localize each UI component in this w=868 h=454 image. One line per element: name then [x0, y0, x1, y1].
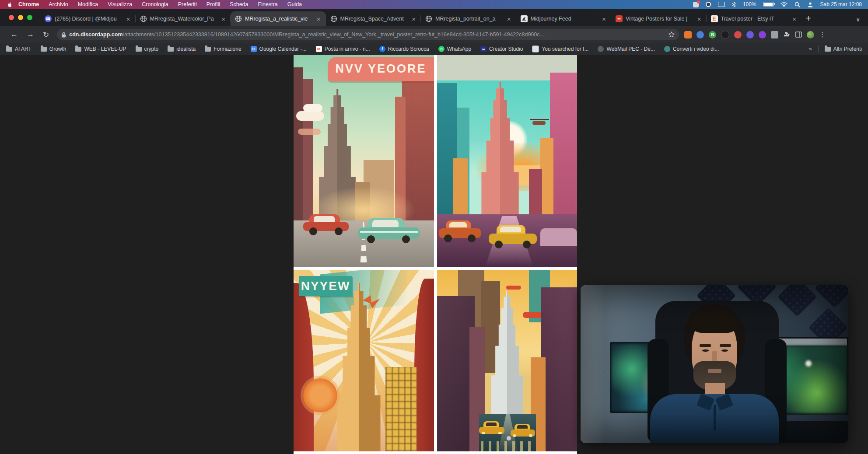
art-headlight	[498, 432, 502, 434]
menu-guida[interactable]: Guida	[283, 1, 307, 7]
menu-archivio[interactable]: Archivio	[44, 1, 73, 7]
person-mouth	[708, 369, 721, 373]
midjourney-image-grid[interactable]: NVV YEOORE	[294, 55, 577, 454]
bookmarks-overflow-chevron[interactable]: »	[809, 46, 812, 52]
display-icon[interactable]	[718, 2, 725, 7]
tab-close-icon[interactable]: ×	[316, 15, 322, 23]
poster-top-left: NVV YEOORE	[294, 55, 434, 267]
bookmark-star-icon[interactable]	[668, 31, 675, 38]
profile-avatar[interactable]	[807, 31, 814, 38]
bookmark-creator-studio[interactable]: ∞Creator Studio	[480, 46, 523, 52]
tab-space-adventure[interactable]: MRregista_Space_Advent ×	[326, 11, 421, 26]
other-bookmarks-label: Altri Preferiti	[833, 46, 862, 52]
bookmark-folder-formazione[interactable]: Formazione	[205, 46, 241, 52]
globe-favicon	[425, 15, 432, 22]
red-extension-icon[interactable]	[734, 31, 742, 38]
person-eye-right	[721, 349, 728, 352]
chrome-menu-icon[interactable]: ⋮	[819, 31, 826, 38]
notification-app-icon[interactable]	[693, 2, 699, 7]
metamask-extension-icon[interactable]	[684, 31, 692, 38]
minimize-window-button[interactable]	[18, 15, 23, 20]
webmail-icon	[598, 46, 604, 52]
back-button[interactable]: ←	[6, 30, 22, 39]
n-extension-icon[interactable]: N	[709, 31, 716, 38]
art-yellow-taxi	[489, 225, 537, 247]
bookmark-folder-crypto[interactable]: crypto	[136, 46, 159, 52]
menubar-clock[interactable]: Sab 25 mar 12:08	[820, 1, 862, 7]
tab-close-icon[interactable]: ×	[601, 15, 607, 23]
folder-icon	[205, 47, 211, 52]
dark-extension-icon[interactable]	[721, 31, 729, 39]
page-icon	[532, 45, 539, 52]
zoom-window-button[interactable]	[27, 15, 32, 20]
tab-realistic-view-active[interactable]: MRregista_a_realistic_vie ×	[231, 11, 326, 26]
address-bar[interactable]: cdn.discordapp.com /attachments/10135123…	[57, 29, 679, 40]
tab-vintage-posters[interactable]: Vintage Posters for Sale | ×	[611, 11, 707, 26]
new-tab-button[interactable]: +	[802, 14, 817, 26]
bookmark-folder-idealista[interactable]: idealista	[168, 46, 196, 52]
tab-midjourney-feed[interactable]: Midjourney Feed ×	[516, 11, 612, 26]
user-switch-icon[interactable]	[807, 2, 813, 7]
bookmark-google-calendar[interactable]: 31Google Calendar -...	[251, 46, 307, 52]
url-host: cdn.discordapp.com	[69, 31, 122, 38]
spotlight-search-icon[interactable]	[794, 2, 800, 7]
art-car-wheel	[495, 241, 503, 248]
art-taxi-left	[479, 421, 504, 436]
art-red-car	[303, 214, 349, 234]
bookmark-folder-ai-art[interactable]: AI ART	[6, 46, 32, 52]
bookmark-webmail-pec[interactable]: WebMail PEC - De...	[598, 46, 654, 52]
other-bookmarks-folder[interactable]: Altri Preferiti	[825, 46, 862, 52]
person-eye-left	[702, 349, 709, 352]
menu-chrome[interactable]: Chrome	[14, 1, 44, 7]
tab-close-icon[interactable]: ×	[696, 15, 702, 23]
blue-extension-icon[interactable]	[696, 31, 704, 38]
poster-title-banner: NYYEW	[299, 276, 352, 296]
bookmark-folder-growth[interactable]: Growth	[41, 46, 66, 52]
webcam-overlay	[581, 285, 848, 443]
tab-etsy[interactable]: E Travel poster - Etsy IT ×	[707, 11, 802, 26]
bookmark-gmail[interactable]: MPosta in arrivo - ri...	[316, 46, 370, 52]
tabs-container: (2765) Discord | @Midjou × MRregista_Wat…	[40, 9, 802, 26]
tab-label: MRregista_a_realistic_vie	[245, 16, 313, 22]
tab-label: (2765) Discord | @Midjou	[55, 16, 122, 22]
tab-close-icon[interactable]: ×	[220, 15, 226, 23]
tab-discord[interactable]: (2765) Discord | @Midjou ×	[40, 11, 136, 26]
wifi-icon[interactable]	[780, 2, 788, 7]
reload-button[interactable]: ↻	[38, 30, 53, 39]
forward-button[interactable]: →	[22, 30, 38, 39]
menu-preferiti[interactable]: Preferiti	[173, 1, 202, 7]
menu-profili[interactable]: Profili	[202, 1, 225, 7]
tab-close-icon[interactable]: ×	[791, 15, 797, 23]
status-circle-icon[interactable]	[706, 2, 711, 7]
bookmark-folder-web-level-up[interactable]: WEB - LEVEL-UP	[75, 46, 126, 52]
side-panel-icon[interactable]	[795, 31, 802, 38]
battery-icon	[763, 2, 774, 7]
menu-visualizza[interactable]: Visualizza	[103, 1, 137, 7]
menu-modifica[interactable]: Modifica	[73, 1, 103, 7]
art-car-wheel	[523, 241, 531, 248]
bookmark-video-converter[interactable]: Converti i video di...	[664, 46, 719, 52]
person-presenter	[581, 285, 848, 443]
indigo-extension-icon[interactable]	[746, 31, 754, 38]
tab-close-icon[interactable]: ×	[411, 15, 416, 23]
menu-scheda[interactable]: Scheda	[225, 1, 253, 7]
menu-cronologia[interactable]: Cronologia	[137, 1, 173, 7]
tab-close-icon[interactable]: ×	[506, 15, 512, 23]
close-window-button[interactable]	[9, 15, 14, 20]
tab-search-chevron-icon[interactable]: ∨	[856, 16, 868, 26]
tab-close-icon[interactable]: ×	[126, 15, 131, 23]
art-right-drape	[414, 279, 434, 451]
bookmark-whatsapp[interactable]: ✆WhatsApp	[438, 46, 471, 52]
grid-extension-icon[interactable]	[771, 31, 778, 38]
bookmark-you-searched[interactable]: You searched for I...	[532, 45, 588, 52]
art-car-window	[517, 425, 528, 429]
tab-watercolor[interactable]: MRregista_Watercolor_Pa ×	[136, 11, 231, 26]
menu-finestra[interactable]: Finestra	[253, 1, 283, 7]
bookmark-facebook-profile[interactable]: fRiccardo Scrocca	[379, 46, 429, 52]
extensions-puzzle-icon[interactable]	[783, 31, 790, 38]
tab-portrait[interactable]: MRregista_portrait_on_a ×	[421, 11, 516, 26]
bluetooth-icon[interactable]	[732, 2, 736, 7]
folder-icon	[75, 47, 81, 52]
apple-logo-icon[interactable]	[7, 2, 13, 7]
purple-extension-icon[interactable]	[759, 31, 766, 38]
